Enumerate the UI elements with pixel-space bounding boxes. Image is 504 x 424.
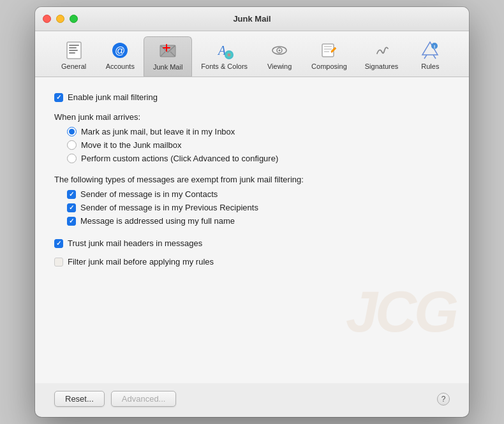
radio-move-junk[interactable] [67, 140, 77, 150]
window-title: Junk Mail [233, 14, 271, 24]
exempt-sender-contacts-label: Sender of message is in my Contacts [80, 189, 218, 199]
reset-button[interactable]: Reset... [54, 391, 105, 407]
accounts-icon: @ [110, 40, 130, 61]
signatures-icon [371, 40, 392, 61]
filter-before-checkbox[interactable] [54, 258, 63, 267]
radio-custom-actions[interactable] [67, 154, 77, 163]
advanced-button[interactable]: Advanced... [111, 391, 177, 407]
toolbar-item-fonts-colors[interactable]: A Fonts & Colors [192, 36, 256, 77]
svg-line-26 [433, 55, 436, 59]
toolbar-items: General @ Accounts [51, 36, 454, 77]
toolbar: General @ Accounts [35, 31, 469, 77]
trust-headers-checkbox[interactable] [54, 239, 63, 248]
fonts-colors-label: Fonts & Colors [201, 62, 248, 70]
general-label: General [61, 62, 86, 70]
enable-junk-checkbox[interactable] [54, 93, 63, 102]
exempt-full-name-label: Message is addressed using my full name [80, 216, 235, 226]
titlebar: Junk Mail [35, 7, 469, 31]
svg-rect-2 [69, 47, 77, 48]
fonts-icon: A [214, 40, 235, 61]
svg-point-18 [279, 50, 281, 52]
composing-label: Composing [311, 62, 347, 70]
general-icon [64, 40, 84, 61]
radio-custom-actions-label: Perform custom actions (Click Advanced t… [81, 154, 278, 163]
signatures-label: Signatures [365, 62, 399, 70]
maximize-button[interactable] [70, 15, 78, 23]
content-area: JCG Enable junk mail filtering When junk… [35, 77, 469, 383]
exempt-sender-recipients-checkbox[interactable] [67, 203, 76, 212]
svg-rect-1 [69, 45, 79, 46]
radio-move-junk-row: Move it to the Junk mailbox [54, 140, 450, 150]
exempt-sender-contacts-row: Sender of message is in my Contacts [67, 189, 450, 199]
exempt-sender-recipients-row: Sender of message is in my Previous Reci… [67, 203, 450, 212]
exempt-sender-recipients-label: Sender of message is in my Previous Reci… [80, 203, 258, 212]
exempt-items: Sender of message is in my Contacts Send… [54, 189, 450, 226]
composing-icon [319, 40, 339, 61]
radio-mark-inbox-row: Mark as junk mail, but leave it in my In… [54, 127, 450, 136]
svg-text:!: ! [434, 44, 436, 50]
viewing-icon [269, 40, 290, 61]
window-controls [43, 15, 78, 23]
junkmail-label: Junk Mail [153, 63, 182, 71]
toolbar-item-signatures[interactable]: Signatures [356, 36, 408, 77]
enable-junk-label: Enable junk mail filtering [68, 92, 158, 102]
watermark: JCG [346, 279, 456, 345]
exempt-sender-contacts-checkbox[interactable] [67, 190, 76, 199]
minimize-button[interactable] [56, 15, 64, 23]
accounts-label: Accounts [106, 62, 135, 70]
svg-rect-4 [69, 52, 75, 54]
svg-point-15 [225, 50, 233, 59]
toolbar-item-composing[interactable]: Composing [302, 36, 356, 77]
radio-custom-actions-row: Perform custom actions (Click Advanced t… [54, 154, 450, 163]
filter-before-label: Filter junk mail before applying my rule… [68, 257, 214, 267]
exempt-section: The following types of messages are exem… [54, 175, 450, 226]
svg-text:@: @ [115, 45, 125, 56]
help-button[interactable]: ? [437, 393, 450, 406]
radio-mark-inbox-label: Mark as junk mail, but leave it in my In… [81, 127, 235, 136]
toolbar-item-accounts[interactable]: @ Accounts [97, 36, 144, 77]
bottom-bar: Reset... Advanced... ? [35, 383, 469, 417]
toolbar-item-rules[interactable]: ! Rules [407, 36, 453, 77]
viewing-label: Viewing [267, 62, 292, 70]
svg-line-25 [424, 55, 427, 59]
enable-junk-row: Enable junk mail filtering [54, 92, 450, 102]
toolbar-item-junkmail[interactable]: Junk Mail [144, 36, 192, 77]
junkmail-icon [158, 41, 178, 61]
toolbar-item-general[interactable]: General [51, 36, 97, 77]
rules-icon: ! [420, 40, 440, 61]
trust-headers-label: Trust junk mail headers in messages [68, 238, 202, 248]
rules-label: Rules [421, 62, 439, 70]
close-button[interactable] [43, 15, 51, 23]
exempt-full-name-row: Message is addressed using my full name [67, 216, 450, 226]
main-window: Junk Mail General [35, 7, 469, 417]
radio-mark-inbox[interactable] [67, 127, 77, 136]
exempt-full-name-checkbox[interactable] [67, 217, 76, 226]
filter-before-row: Filter junk mail before applying my rule… [54, 257, 450, 267]
trust-headers-row: Trust junk mail headers in messages [54, 238, 450, 248]
toolbar-item-viewing[interactable]: Viewing [256, 36, 302, 77]
exempt-label: The following types of messages are exem… [54, 175, 450, 184]
svg-rect-3 [69, 50, 78, 51]
when-arrives-label: When junk mail arrives: [54, 112, 450, 122]
radio-move-junk-label: Move it to the Junk mailbox [81, 140, 182, 150]
